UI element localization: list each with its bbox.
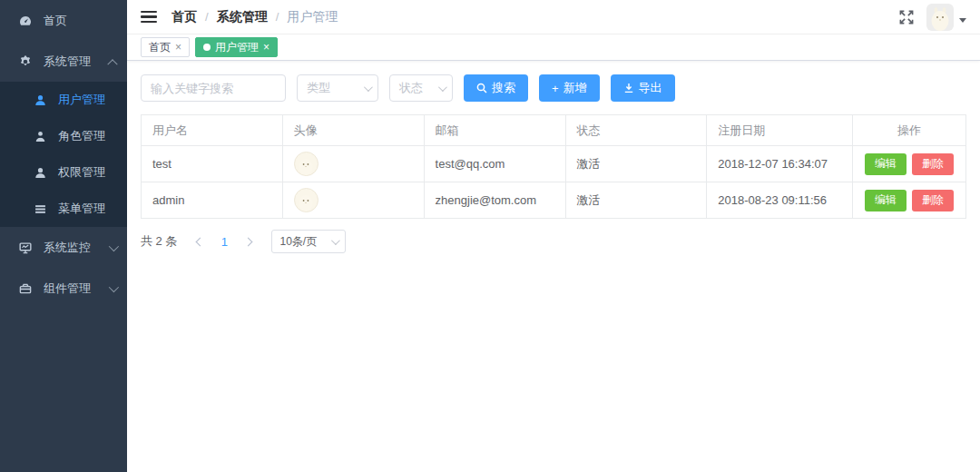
sidebar-item-label: 首页 — [44, 13, 67, 29]
cell-date: 2018-08-23 09:11:56 — [707, 182, 853, 219]
tab-home[interactable]: 首页 × — [141, 37, 190, 57]
sidebar-item-system-monitor[interactable]: 系统监控 — [0, 227, 127, 268]
active-dot-icon — [203, 44, 211, 51]
page-content: 类型 状态 搜索 + 新增 导出 — [127, 61, 980, 472]
user-icon — [33, 93, 47, 107]
col-operations: 操作 — [853, 115, 966, 146]
sidebar-item-user-mgmt[interactable]: 用户管理 — [0, 82, 127, 118]
breadcrumb-separator: / — [276, 10, 279, 24]
sidebar-item-label: 权限管理 — [58, 164, 105, 181]
cell-username: test — [142, 146, 283, 182]
fullscreen-icon[interactable] — [899, 10, 914, 25]
cell-email: zhengjie@tom.com — [424, 182, 565, 219]
sidebar-item-label: 组件管理 — [44, 280, 91, 297]
next-page-icon[interactable] — [239, 231, 260, 252]
chevron-up-icon — [107, 59, 117, 69]
breadcrumb: 首页 / 系统管理 / 用户管理 — [172, 9, 338, 25]
edit-button[interactable]: 编辑 — [865, 153, 906, 175]
sidebar-submenu-system: 用户管理 角色管理 权限管理 菜单管理 — [0, 82, 127, 227]
col-email: 邮箱 — [424, 115, 565, 146]
sidebar-item-label: 角色管理 — [58, 128, 105, 144]
search-button-label: 搜索 — [492, 80, 515, 96]
chevron-down-icon — [331, 236, 340, 245]
type-select[interactable]: 类型 — [297, 74, 378, 102]
cell-avatar — [282, 182, 424, 219]
delete-button[interactable]: 删除 — [912, 153, 954, 175]
main-area: 首页 / 系统管理 / 用户管理 首页 — [127, 0, 980, 472]
tab-label: 用户管理 — [215, 40, 259, 55]
search-icon — [476, 83, 487, 93]
hamburger-icon[interactable] — [141, 8, 157, 26]
table-row: test test@qq.com 激活 2018-12-07 16:34:07 … — [142, 146, 966, 182]
export-button-label: 导出 — [639, 80, 662, 96]
app-window: 首页 系统管理 用户管理 角色管理 — [0, 0, 980, 472]
sidebar-item-home[interactable]: 首页 — [0, 0, 127, 41]
component-icon — [18, 281, 33, 296]
user-table: 用户名 头像 邮箱 状态 注册日期 操作 test — [141, 114, 966, 219]
sidebar-item-system-mgmt[interactable]: 系统管理 — [0, 41, 127, 82]
table-header-row: 用户名 头像 邮箱 状态 注册日期 操作 — [142, 115, 966, 146]
user-avatar — [294, 188, 318, 212]
pagination: 共 2 条 1 10条/页 — [141, 230, 966, 253]
cell-status: 激活 — [565, 146, 707, 182]
cell-status: 激活 — [565, 182, 707, 219]
plus-icon: + — [552, 82, 559, 95]
tab-user-mgmt[interactable]: 用户管理 × — [195, 37, 278, 57]
breadcrumb-system-mgmt[interactable]: 系统管理 — [217, 9, 268, 25]
pagination-total: 共 2 条 — [141, 233, 177, 250]
dashboard-icon — [18, 14, 33, 28]
chevron-down-icon — [364, 83, 373, 92]
gear-icon — [18, 54, 33, 69]
topbar-actions — [899, 4, 966, 31]
add-button[interactable]: + 新增 — [539, 74, 600, 102]
cell-date: 2018-12-07 16:34:07 — [707, 146, 853, 182]
breadcrumb-home[interactable]: 首页 — [172, 9, 197, 25]
close-icon[interactable]: × — [263, 42, 270, 53]
page-number[interactable]: 1 — [213, 231, 235, 252]
col-avatar: 头像 — [282, 115, 424, 146]
sidebar-item-menu-mgmt[interactable]: 菜单管理 — [0, 191, 127, 227]
table-row: admin zhengjie@tom.com 激活 2018-08-23 09:… — [142, 182, 966, 219]
sidebar-item-role-mgmt[interactable]: 角色管理 — [0, 118, 127, 154]
col-username: 用户名 — [142, 115, 283, 146]
prev-page-icon[interactable] — [188, 231, 210, 252]
caret-down-icon — [959, 18, 966, 23]
sidebar-item-component-mgmt[interactable]: 组件管理 — [0, 268, 127, 309]
tag-tab-bar: 首页 × 用户管理 × — [127, 34, 980, 61]
sidebar-item-label: 系统管理 — [44, 54, 91, 70]
search-button[interactable]: 搜索 — [464, 74, 528, 102]
cell-username: admin — [142, 182, 283, 219]
page-size-value: 10条/页 — [279, 234, 317, 250]
status-select-placeholder: 状态 — [399, 80, 423, 96]
avatar[interactable] — [926, 4, 954, 31]
add-button-label: 新增 — [564, 80, 587, 96]
sidebar-item-label: 菜单管理 — [58, 201, 105, 217]
page-size-select[interactable]: 10条/页 — [271, 230, 346, 253]
download-icon — [623, 83, 634, 93]
cell-operations: 编辑删除 — [853, 182, 966, 219]
sidebar-item-label: 用户管理 — [58, 92, 105, 108]
monitor-icon — [18, 241, 33, 255]
cell-operations: 编辑删除 — [853, 146, 966, 182]
export-button[interactable]: 导出 — [611, 74, 675, 102]
chevron-down-icon — [109, 241, 119, 251]
search-input[interactable] — [141, 74, 286, 102]
type-select-placeholder: 类型 — [307, 80, 330, 96]
edit-button[interactable]: 编辑 — [865, 190, 906, 211]
sidebar-item-permission-mgmt[interactable]: 权限管理 — [0, 154, 127, 191]
chevron-down-icon — [438, 83, 447, 92]
sidebar-item-label: 系统监控 — [44, 240, 91, 256]
close-icon[interactable]: × — [175, 42, 181, 53]
chevron-down-icon — [109, 281, 119, 291]
cell-avatar — [282, 146, 424, 182]
cell-email: test@qq.com — [424, 146, 565, 182]
menu-list-icon — [33, 202, 47, 216]
breadcrumb-separator: / — [205, 10, 209, 24]
user-menu[interactable] — [926, 4, 966, 31]
col-date: 注册日期 — [707, 115, 853, 146]
breadcrumb-current: 用户管理 — [287, 9, 338, 25]
role-icon — [33, 129, 47, 143]
delete-button[interactable]: 删除 — [912, 190, 954, 211]
status-select[interactable]: 状态 — [389, 74, 453, 102]
user-avatar — [294, 152, 318, 176]
